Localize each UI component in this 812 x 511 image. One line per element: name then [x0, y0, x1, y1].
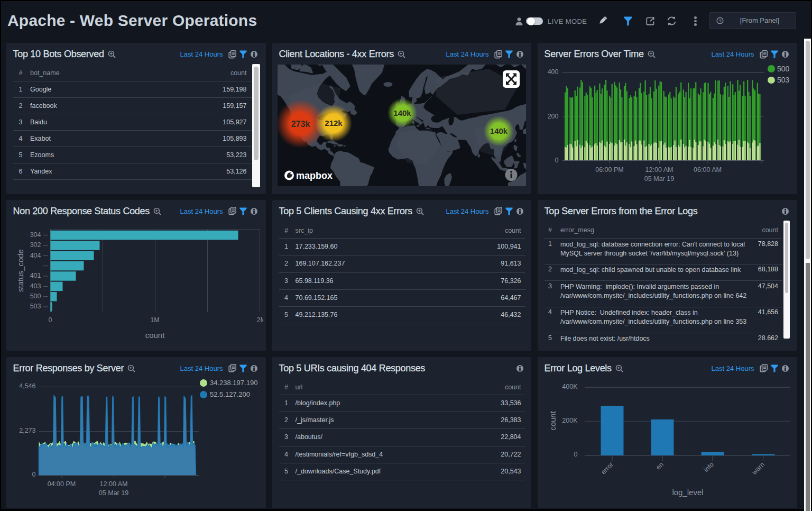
svg-text:140k: 140k — [393, 108, 411, 117]
svg-text:273k: 273k — [291, 120, 310, 129]
svg-text:mapbox: mapbox — [296, 170, 333, 181]
svg-text:212k: 212k — [325, 118, 343, 127]
svg-text:140k: 140k — [490, 126, 508, 135]
